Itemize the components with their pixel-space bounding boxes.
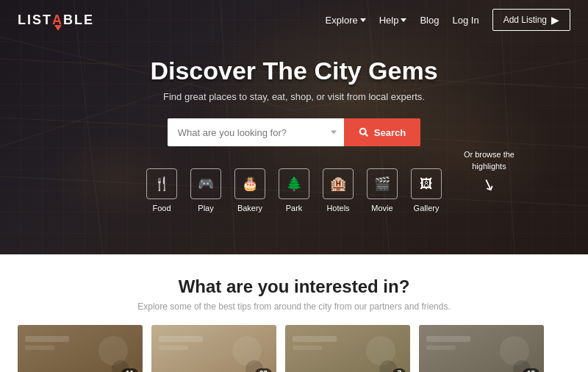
svg-rect-28 — [426, 336, 470, 342]
card-thumb-3[interactable]: 13 — [419, 325, 544, 372]
category-hotels[interactable]: 🏨 Hotels — [323, 168, 354, 212]
card-badge-1: 33 — [255, 368, 272, 372]
cat-label-play: Play — [198, 204, 213, 212]
search-button[interactable]: Search — [344, 118, 420, 146]
nav-blog[interactable]: Blog — [420, 15, 439, 26]
svg-rect-24 — [293, 346, 322, 350]
search-icon — [359, 127, 369, 137]
nav-explore[interactable]: Explore — [326, 15, 366, 26]
cat-label-gallery: Gallery — [414, 204, 440, 212]
svg-rect-29 — [426, 346, 456, 350]
bottom-section: What are you interested in? Explore some… — [0, 254, 588, 372]
svg-rect-18 — [159, 336, 203, 342]
svg-line-11 — [365, 134, 368, 137]
add-listing-icon: ▶ — [551, 14, 559, 26]
card-image-0 — [18, 325, 143, 372]
cat-label-food: Food — [152, 204, 171, 212]
add-listing-button[interactable]: Add Listing ▶ — [492, 9, 570, 31]
logo-a: A — [52, 12, 63, 28]
nav-login[interactable]: Log In — [452, 15, 478, 26]
svg-rect-14 — [25, 346, 54, 350]
card-image-2 — [285, 325, 410, 372]
hero-section: LISTABLE Explore Help Blog Log In Add Li… — [0, 0, 588, 254]
category-park[interactable]: 🌲 Park — [279, 168, 309, 212]
navbar: LISTABLE Explore Help Blog Log In Add Li… — [0, 0, 588, 40]
cat-icon-movie: 🎬 — [367, 168, 398, 199]
hero-subtitle: Find great places to stay, eat, shop, or… — [163, 91, 425, 102]
logo: LISTABLE — [18, 12, 94, 28]
explore-dropdown-icon — [360, 18, 366, 22]
cat-icon-hotels: 🏨 — [323, 168, 354, 199]
svg-rect-23 — [293, 336, 337, 342]
category-food[interactable]: 🍴 Food — [146, 168, 177, 212]
svg-rect-19 — [159, 346, 188, 350]
cat-label-movie: Movie — [371, 204, 392, 212]
section-subtitle: Explore some of the best tips from aroun… — [18, 301, 570, 312]
card-thumb-0[interactable]: 11 — [18, 325, 143, 372]
search-input[interactable] — [168, 118, 344, 146]
logo-text-before: LIST — [18, 12, 52, 28]
logo-text-after: BLE — [63, 12, 94, 28]
cat-icon-bakery: 🎂 — [234, 168, 265, 199]
nav-right: Explore Help Blog Log In Add Listing ▶ — [326, 9, 570, 31]
search-bar: Search — [168, 118, 420, 146]
card-thumb-1[interactable]: 33 — [151, 325, 276, 372]
cat-label-hotels: Hotels — [326, 204, 349, 212]
browse-highlights-label: Or browse the highlights ↙ — [464, 149, 514, 194]
card-image-3 — [419, 325, 544, 372]
category-bakery[interactable]: 🎂 Bakery — [234, 168, 265, 212]
cat-icon-play: 🎮 — [190, 168, 221, 199]
nav-help[interactable]: Help — [379, 15, 407, 26]
svg-point-10 — [360, 129, 366, 135]
card-thumb-2[interactable]: 7 — [285, 325, 410, 372]
category-play[interactable]: 🎮 Play — [190, 168, 221, 212]
search-input-wrap — [168, 118, 344, 146]
logo-arrow-icon — [54, 25, 62, 31]
browse-highlights-text: Or browse the highlights — [464, 149, 514, 172]
card-badge-3: 13 — [523, 368, 539, 372]
section-title: What are you interested in? — [18, 276, 570, 297]
cat-label-bakery: Bakery — [237, 204, 262, 212]
svg-rect-13 — [25, 336, 69, 342]
hero-title: Discover The City Gems — [150, 57, 437, 85]
categories-row: 🍴 Food 🎮 Play 🎂 Bakery 🌲 Park 🏨 Hotels 🎬… — [146, 168, 442, 212]
category-gallery[interactable]: 🖼 Gallery — [411, 168, 442, 212]
card-image-1 — [151, 325, 276, 372]
help-dropdown-icon — [401, 18, 406, 22]
cat-icon-gallery: 🖼 — [411, 168, 442, 199]
card-badge-0: 11 — [121, 368, 138, 372]
cat-label-park: Park — [286, 204, 303, 212]
category-movie[interactable]: 🎬 Movie — [367, 168, 398, 212]
card-row: 11 33 — [18, 325, 570, 372]
cat-icon-park: 🌲 — [279, 168, 309, 199]
cat-icon-food: 🍴 — [146, 168, 177, 199]
curved-arrow-icon: ↙ — [480, 174, 499, 196]
